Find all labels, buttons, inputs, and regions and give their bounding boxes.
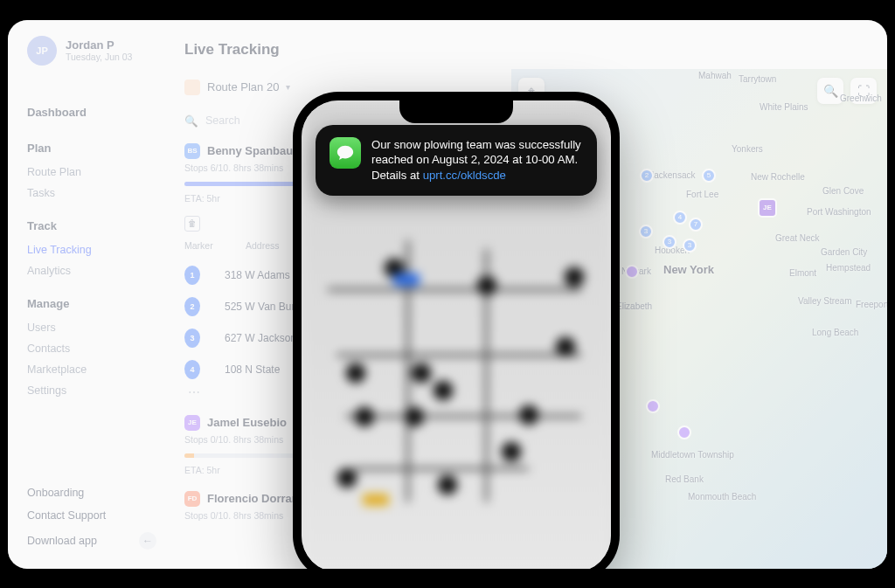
driver-badge: BS: [184, 143, 200, 159]
map-city-label: Valley Stream: [798, 296, 852, 306]
map-city-label: New Rochelle: [751, 172, 805, 182]
nav-section-manage: Manage: [27, 297, 156, 310]
map-city-label: Freeport: [856, 300, 887, 309]
nav-contact-support[interactable]: Contact Support: [27, 504, 156, 527]
nav-section-plan: Plan: [27, 142, 156, 155]
user-name: Jordan P: [66, 38, 132, 52]
avatar: JP: [27, 36, 57, 66]
map-marker[interactable]: [625, 265, 639, 279]
nav-onboarding[interactable]: Onboarding: [27, 481, 156, 504]
map-marker[interactable]: 4: [673, 211, 687, 225]
map-marker[interactable]: [646, 399, 660, 413]
app-window: JP Jordan P Tuesday, Jun 03 Dashboard Pl…: [8, 20, 887, 569]
driver-name: Jamel Eusebio: [207, 416, 287, 429]
driver-name: Benny Spanbauer: [207, 144, 304, 157]
route-badge-icon: [184, 80, 200, 95]
phone-notch: [399, 100, 513, 123]
map-city-label: Great Neck: [775, 233, 820, 243]
messages-app-icon: [330, 137, 361, 169]
map-city-label: Mahwah: [698, 71, 732, 80]
nav-dashboard[interactable]: Dashboard: [27, 106, 156, 119]
chevron-down-icon: ▾: [286, 82, 290, 92]
nav-users[interactable]: Users: [27, 317, 156, 338]
nav-route-plan[interactable]: Route Plan: [27, 162, 156, 183]
pin-icon: 3: [184, 329, 200, 348]
map-city-label: Yonkers: [732, 144, 763, 154]
map-marker[interactable]: 7: [689, 218, 703, 232]
map-marker[interactable]: 5: [702, 169, 716, 183]
map-city-label: Garden City: [821, 247, 867, 257]
nav-section-track: Track: [27, 219, 156, 232]
map-marker[interactable]: 3: [663, 235, 676, 249]
map-city-label: Elizabeth: [616, 301, 652, 311]
map-marker[interactable]: 3: [683, 239, 697, 252]
nav-live-tracking[interactable]: Live Tracking: [27, 239, 156, 260]
route-plan-dropdown[interactable]: Route Plan 20 ▾: [184, 80, 290, 95]
driver-badge: FD: [184, 491, 200, 507]
sidebar: JP Jordan P Tuesday, Jun 03 Dashboard Pl…: [8, 20, 165, 569]
nav-analytics[interactable]: Analytics: [27, 260, 156, 281]
map-city-label: Elmont: [789, 268, 816, 278]
map-city-label: White Plains: [760, 102, 808, 112]
map-city-label: Middletown Township: [651, 450, 734, 460]
map-city-label: Hackensack: [648, 170, 695, 180]
pin-icon: 4: [184, 360, 200, 379]
map-city-label: New York: [663, 263, 714, 276]
driver-badge: JE: [184, 415, 200, 431]
nav-download-app[interactable]: Download app ←: [27, 527, 156, 555]
map-marker[interactable]: 2: [640, 169, 654, 183]
map-city-label: Tarrytown: [739, 74, 776, 84]
map-marker[interactable]: [677, 425, 691, 439]
user-date: Tuesday, Jun 03: [66, 52, 132, 62]
arrow-left-icon: ←: [139, 532, 156, 550]
map-city-label: Port Washington: [807, 207, 871, 217]
nav-settings[interactable]: Settings: [27, 380, 156, 401]
map-marker[interactable]: 3: [639, 225, 653, 239]
user-block[interactable]: JP Jordan P Tuesday, Jun 03: [27, 36, 156, 66]
map-city-label: Hempstead: [826, 263, 871, 273]
nav-tasks[interactable]: Tasks: [27, 183, 156, 204]
phone-mockup: Our snow plowing team was successfully r…: [293, 92, 620, 569]
phone-screen: Our snow plowing team was successfully r…: [302, 100, 611, 569]
pin-icon: 1: [184, 266, 200, 285]
trash-icon[interactable]: 🗑: [184, 216, 200, 232]
pin-icon: 2: [184, 297, 200, 316]
route-plan-label: Route Plan 20: [207, 80, 279, 93]
map-city-label: Fort Lee: [686, 190, 718, 199]
search-icon: 🔍: [184, 114, 198, 128]
nav-marketplace[interactable]: Marketplace: [27, 359, 156, 380]
map-city-label: Glen Cove: [822, 186, 864, 196]
map-city-label: Red Bank: [665, 474, 704, 484]
notification-text: Our snow plowing team was successfully r…: [371, 137, 583, 183]
map-city-label: Monmouth Beach: [688, 492, 756, 502]
map-city-label: Long Beach: [812, 328, 858, 337]
driver-marker[interactable]: JE: [758, 198, 777, 218]
notification-banner[interactable]: Our snow plowing team was successfully r…: [316, 125, 597, 196]
notification-link[interactable]: uprt.cc/okldscde: [423, 169, 506, 182]
map-city-label: Greenwich: [840, 93, 882, 103]
nav-contacts[interactable]: Contacts: [27, 338, 156, 359]
page-title: Live Tracking: [184, 41, 887, 59]
